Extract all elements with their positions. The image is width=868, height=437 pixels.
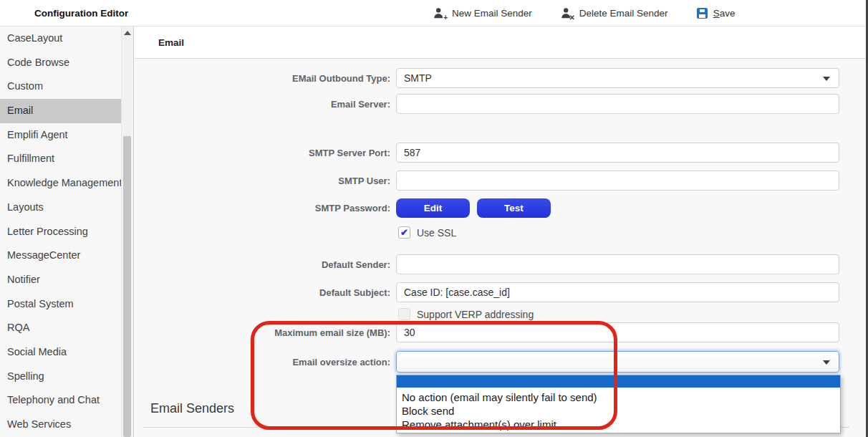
sidebar-item-code-browse[interactable]: Code Browse (0, 51, 122, 75)
sidebar-item-notifier[interactable]: Notifier (0, 268, 122, 292)
checkmark-icon: ✔ (399, 227, 410, 238)
save-icon (697, 8, 708, 19)
use-ssl-label: Use SSL (417, 227, 456, 239)
sidebar-item-messagecenter[interactable]: MessageCenter (0, 244, 122, 268)
outbound-type-label: EMail Outbound Type: (143, 73, 390, 84)
default-subject-input[interactable] (396, 282, 839, 302)
oversize-action-dropdown: No action (email may silently fail to se… (396, 375, 841, 433)
default-sender-label: Default Sender: (143, 259, 390, 270)
dropdown-option-empty[interactable] (397, 375, 840, 388)
oversize-action-label: Email oversize action: (143, 357, 390, 368)
password-edit-button[interactable]: Edit (396, 198, 470, 218)
outbound-type-select[interactable]: SMTP (396, 68, 839, 88)
smtp-user-input[interactable] (396, 171, 839, 191)
sidebar-item-knowledge-management[interactable]: Knowledge Management (0, 171, 122, 196)
chevron-down-icon (823, 360, 830, 365)
use-ssl-checkbox[interactable]: ✔ (398, 226, 410, 239)
delete-email-sender-button[interactable]: ✕ Delete Email Sender (561, 7, 668, 19)
chevron-down-icon (823, 77, 830, 81)
email-server-label: Email Server: (143, 99, 390, 110)
smtp-port-input[interactable] (396, 143, 839, 163)
x-badge-icon: ✕ (569, 14, 574, 21)
scrollbar-thumb[interactable] (123, 136, 131, 437)
page-title: Configuration Editor (34, 0, 128, 27)
top-header: Configuration Editor + New Email Sender … (0, 0, 868, 27)
dropdown-option-block-send[interactable]: Block send (397, 404, 840, 418)
delete-email-sender-label: Delete Email Sender (579, 8, 668, 19)
sidebar-item-postal-system[interactable]: Postal System (0, 292, 122, 317)
new-email-sender-label: New Email Sender (452, 8, 532, 19)
sidebar-item-caselayout[interactable]: CaseLayout (0, 27, 122, 51)
configuration-editor-window: Configuration Editor + New Email Sender … (0, 0, 868, 437)
sidebar-scrollbar[interactable] (121, 27, 132, 437)
verp-checkbox[interactable] (398, 308, 410, 320)
panel-title: Email (158, 27, 184, 59)
dropdown-option-no-action[interactable]: No action (email may silently fail to se… (397, 390, 840, 404)
save-label: Save (713, 8, 736, 19)
email-senders-heading: Email Senders (150, 401, 234, 416)
sidebar-item-emplifi-agent[interactable]: Emplifi Agent (0, 123, 122, 148)
plus-badge-icon: + (443, 14, 448, 21)
sidebar-item-web-services[interactable]: Web Services (0, 413, 122, 437)
default-subject-label: Default Subject: (143, 287, 390, 298)
sidebar-item-social-media[interactable]: Social Media (0, 340, 122, 365)
new-email-sender-button[interactable]: + New Email Sender (433, 7, 532, 19)
sidebar-item-fulfillment[interactable]: Fulfillment (0, 147, 122, 171)
outbound-type-value: SMTP (404, 72, 432, 84)
scroll-up-icon[interactable] (124, 31, 131, 35)
sidebar-item-rqa[interactable]: RQA (0, 316, 122, 340)
sidebar-item-telephony-and-chat[interactable]: Telephony and Chat (0, 388, 122, 413)
sidebar-item-spelling[interactable]: Spelling (0, 365, 122, 389)
sidebar-item-email[interactable]: Email (0, 99, 122, 123)
sidebar: CaseLayout Code Browse Custom Email Empl… (0, 27, 134, 437)
smtp-user-label: SMTP User: (143, 176, 390, 186)
panel-header: Email (135, 27, 866, 59)
sidebar-item-custom[interactable]: Custom (0, 75, 122, 99)
smtp-port-label: SMTP Server Port: (143, 148, 390, 158)
oversize-action-select[interactable] (396, 351, 839, 373)
save-button[interactable]: Save (697, 8, 736, 19)
person-add-icon: + (433, 7, 446, 19)
dropdown-option-remove-attachments[interactable]: Remove attachment(s) over limit (397, 418, 840, 431)
max-email-size-input[interactable] (396, 322, 839, 342)
max-email-size-label: Maximum email size (MB): (143, 327, 390, 338)
toolbar: + New Email Sender ✕ Delete Email Sender… (433, 0, 735, 27)
sidebar-item-letter-processing[interactable]: Letter Processing (0, 220, 122, 244)
email-server-input[interactable] (396, 94, 839, 114)
verp-label: Support VERP addressing (417, 309, 534, 320)
person-delete-icon: ✕ (561, 7, 574, 19)
sidebar-item-layouts[interactable]: Layouts (0, 196, 122, 220)
password-test-button[interactable]: Test (477, 198, 551, 218)
smtp-password-label: SMTP Password: (143, 203, 390, 213)
default-sender-input[interactable] (396, 254, 839, 274)
